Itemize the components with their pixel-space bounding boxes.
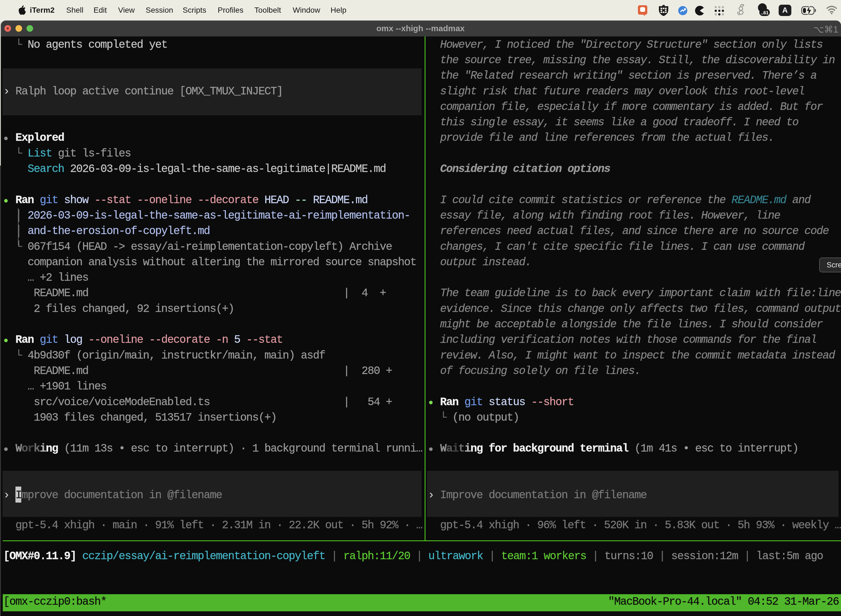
- svg-text:..61: ..61: [761, 10, 768, 15]
